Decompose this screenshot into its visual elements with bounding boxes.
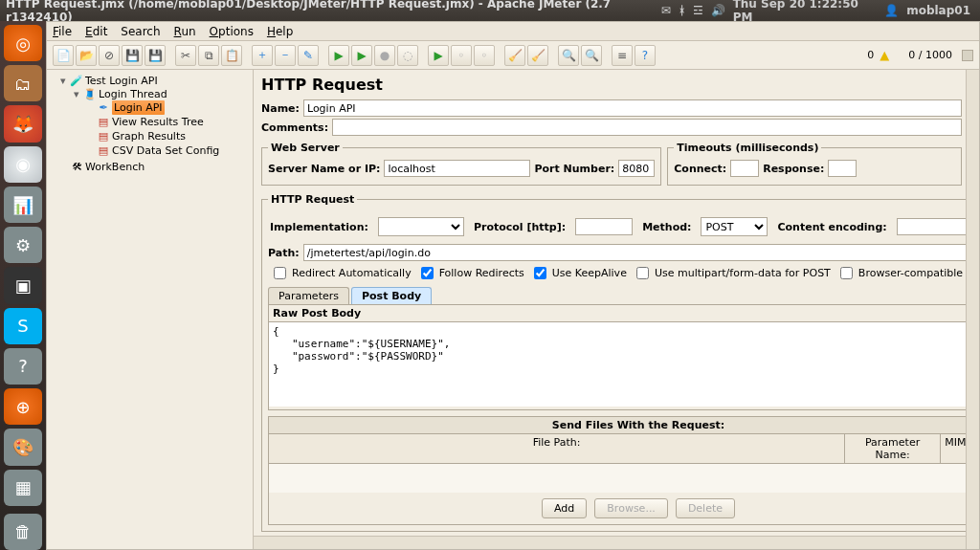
path-input[interactable] bbox=[303, 244, 979, 261]
skype-icon[interactable]: S bbox=[4, 308, 42, 344]
files-icon[interactable]: 🗂 bbox=[4, 65, 42, 101]
warning-icon[interactable]: ▲ bbox=[880, 48, 889, 62]
system-titlebar: HTTP Request.jmx (/home/moblap01/Desktop… bbox=[0, 0, 980, 21]
menu-options[interactable]: Options bbox=[210, 25, 254, 38]
jmeter-window: File Edit Search Run Options Help 📄 📂 ⊘ … bbox=[46, 21, 980, 550]
jmeter-icon[interactable]: 📊 bbox=[4, 187, 42, 223]
fn-icon[interactable]: ≡ bbox=[612, 45, 633, 66]
timeouts-legend: Timeouts (milliseconds) bbox=[674, 142, 821, 154]
protocol-input[interactable] bbox=[575, 218, 633, 235]
mail-icon[interactable]: ✉ bbox=[661, 4, 671, 17]
name-input[interactable] bbox=[303, 99, 962, 117]
save-icon[interactable]: 💾 bbox=[122, 45, 143, 66]
help2-icon[interactable]: ? bbox=[635, 45, 656, 66]
sound-icon[interactable]: 🔊 bbox=[711, 4, 725, 17]
col-filepath: File Path: bbox=[269, 434, 845, 463]
saveas-icon[interactable]: 💾 bbox=[145, 45, 166, 66]
dash-icon[interactable]: ◎ bbox=[4, 25, 42, 61]
chk-follow-redirects[interactable] bbox=[421, 267, 434, 279]
chk-multipart[interactable] bbox=[636, 267, 649, 279]
tab-post-body[interactable]: Post Body bbox=[351, 287, 432, 304]
comments-input[interactable] bbox=[332, 119, 962, 136]
web-server-fieldset: Web Server Server Name or IP: Port Numbe… bbox=[261, 142, 661, 186]
name-label: Name: bbox=[261, 102, 300, 115]
impl-select[interactable] bbox=[378, 217, 464, 236]
port-input[interactable] bbox=[618, 160, 655, 177]
shutdown-icon[interactable]: ◌ bbox=[397, 45, 418, 66]
close-icon[interactable]: ⊘ bbox=[99, 45, 120, 66]
start-noTimers-icon[interactable]: ▶ bbox=[351, 45, 372, 66]
new-icon[interactable]: 📄 bbox=[53, 45, 74, 66]
help-icon[interactable]: ? bbox=[4, 348, 42, 385]
copy-icon[interactable]: ⧉ bbox=[198, 45, 219, 66]
open-icon[interactable]: 📂 bbox=[76, 45, 97, 66]
chrome-icon[interactable]: ◉ bbox=[4, 146, 42, 183]
menu-file[interactable]: File bbox=[53, 25, 72, 38]
send-files-body[interactable] bbox=[269, 464, 979, 493]
toolbar: 📄 📂 ⊘ 💾 💾 ✂ ⧉ 📋 ＋ － ✎ ▶ ▶ ● ◌ ▶ ◦ ◦ 🧹 🧹 … bbox=[47, 41, 979, 70]
browse-button[interactable]: Browse... bbox=[594, 498, 668, 518]
menu-help[interactable]: Help bbox=[267, 25, 293, 38]
toggle-icon[interactable]: ✎ bbox=[298, 45, 319, 66]
tree-item-csv[interactable]: CSV Data Set Config bbox=[112, 144, 219, 157]
server-name-input[interactable] bbox=[384, 160, 530, 177]
stop-icon[interactable]: ● bbox=[374, 45, 395, 66]
method-label: Method: bbox=[642, 221, 691, 233]
comments-label: Comments: bbox=[261, 121, 328, 134]
bluetooth-icon[interactable]: ᚼ bbox=[679, 4, 685, 17]
http-request-fieldset: HTTP Request Implementation: Protocol [h… bbox=[261, 193, 979, 532]
menu-search[interactable]: Search bbox=[121, 25, 160, 38]
tab-parameters[interactable]: Parameters bbox=[268, 287, 349, 304]
delete-button[interactable]: Delete bbox=[676, 498, 735, 518]
test-plan-tree[interactable]: ▾🧪Test Login API ▾🧵Login Thread ✒Login A… bbox=[47, 70, 254, 549]
chk-redirect-auto[interactable] bbox=[274, 267, 286, 279]
paste-icon[interactable]: 📋 bbox=[221, 45, 242, 66]
workspace-icon[interactable]: ▦ bbox=[4, 470, 42, 506]
username[interactable]: moblap01 bbox=[906, 4, 970, 17]
vertical-scrollbar[interactable] bbox=[966, 70, 979, 549]
search-icon[interactable]: 🔍 bbox=[558, 45, 579, 66]
horizontal-scrollbar[interactable] bbox=[254, 536, 966, 549]
status-box bbox=[962, 50, 973, 61]
firefox-icon[interactable]: 🦊 bbox=[4, 105, 42, 142]
start-icon[interactable]: ▶ bbox=[328, 45, 349, 66]
unity-launcher: ◎ 🗂 🦊 ◉ 📊 ⚙ ▣ S ? ⊕ 🎨 ▦ 🗑 bbox=[0, 21, 46, 550]
collapse-icon[interactable]: － bbox=[275, 45, 296, 66]
remote-start-all-icon[interactable]: ◦ bbox=[451, 45, 472, 66]
reset-search-icon[interactable]: 🔍 bbox=[581, 45, 602, 66]
tree-item-graph[interactable]: Graph Results bbox=[112, 130, 186, 143]
menu-run[interactable]: Run bbox=[174, 25, 196, 38]
chk-browser-headers[interactable] bbox=[840, 267, 853, 279]
settings-icon[interactable]: ⚙ bbox=[4, 227, 42, 263]
trash-icon[interactable]: 🗑 bbox=[4, 514, 42, 550]
tree-root[interactable]: Test Login API bbox=[85, 75, 158, 87]
tree-item-login-api[interactable]: Login API bbox=[112, 100, 165, 115]
server-name-label: Server Name or IP: bbox=[268, 163, 380, 175]
remote-stop-icon[interactable]: ◦ bbox=[474, 45, 495, 66]
response-input[interactable] bbox=[828, 160, 857, 177]
expand-icon[interactable]: ＋ bbox=[252, 45, 273, 66]
clearall-icon[interactable]: 🧹 bbox=[527, 45, 548, 66]
port-label: Port Number: bbox=[534, 163, 614, 175]
thread-counter: 0 / 1000 bbox=[908, 49, 952, 61]
encoding-label: Content encoding: bbox=[777, 221, 886, 233]
chk-keepalive[interactable] bbox=[534, 267, 546, 279]
cut-icon[interactable]: ✂ bbox=[175, 45, 196, 66]
method-select[interactable]: POST bbox=[701, 217, 768, 236]
tree-workbench[interactable]: WorkBench bbox=[85, 161, 145, 173]
user-icon[interactable]: 👤 bbox=[884, 4, 899, 17]
tree-thread[interactable]: Login Thread bbox=[99, 88, 167, 100]
page-title: HTTP Request bbox=[261, 76, 962, 94]
wifi-icon[interactable]: ☲ bbox=[693, 4, 703, 17]
clear-icon[interactable]: 🧹 bbox=[504, 45, 525, 66]
menu-edit[interactable]: Edit bbox=[85, 25, 107, 38]
tree-item-view-results[interactable]: View Results Tree bbox=[112, 116, 204, 128]
remote-start-icon[interactable]: ▶ bbox=[428, 45, 449, 66]
menu-bar: File Edit Search Run Options Help bbox=[47, 22, 979, 41]
add-button[interactable]: Add bbox=[542, 498, 587, 518]
terminal-icon[interactable]: ▣ bbox=[4, 267, 42, 303]
raw-body-textarea[interactable]: { "username":"${USERNAME}", "password":"… bbox=[269, 322, 979, 407]
connect-input[interactable] bbox=[730, 160, 759, 177]
gimp-icon[interactable]: 🎨 bbox=[4, 429, 42, 465]
software-icon[interactable]: ⊕ bbox=[4, 388, 42, 425]
